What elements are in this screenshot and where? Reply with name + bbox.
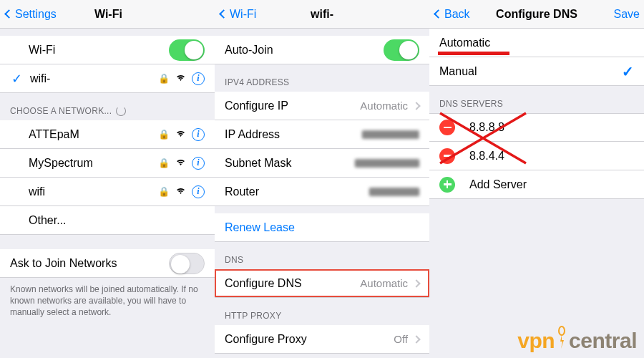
auto-join-toggle[interactable] <box>384 39 419 61</box>
network-detail-panel: Wi-Fi wifi- Auto-Join IPV4 ADDRESS Confi… <box>215 0 429 358</box>
delete-icon[interactable] <box>439 148 455 164</box>
page-title: Configure DNS <box>484 8 590 21</box>
vpncentral-logo: vpn central <box>517 326 637 355</box>
configure-proxy-value: Off <box>394 333 408 345</box>
chevron-right-icon <box>412 335 420 343</box>
dns-server-row[interactable]: 8.8.4.4 <box>429 142 644 170</box>
back-label: Back <box>444 8 470 21</box>
chevron-right-icon <box>412 279 420 287</box>
back-label: Settings <box>15 8 57 21</box>
network-name: ATTEpaM <box>29 128 79 141</box>
wifi-signal-icon <box>175 186 186 197</box>
save-label: Save <box>614 8 640 21</box>
configure-proxy-label: Configure Proxy <box>225 333 307 346</box>
network-row[interactable]: wifi 🔒 i <box>0 178 215 206</box>
configure-dns-row[interactable]: Configure DNS Automatic <box>215 269 429 298</box>
delete-icon[interactable] <box>439 120 455 135</box>
dns-mode-automatic-row[interactable]: Automatic <box>429 29 644 57</box>
router-label: Router <box>225 185 259 198</box>
info-icon[interactable]: i <box>192 185 205 198</box>
add-server-row[interactable]: Add Server <box>429 170 644 199</box>
info-icon[interactable]: i <box>192 157 205 170</box>
connected-network-row[interactable]: ✓ wifi- 🔒 i <box>0 64 215 93</box>
navbar: Wi-Fi wifi- <box>215 0 429 29</box>
ip-address-value-blurred <box>362 130 419 139</box>
logo-central: central <box>569 329 637 353</box>
add-icon[interactable] <box>439 177 455 193</box>
annotation-underline <box>438 52 509 55</box>
chevron-right-icon <box>412 102 420 110</box>
configure-ip-label: Configure IP <box>225 100 288 112</box>
lock-icon: 🔒 <box>158 129 170 140</box>
network-name: wifi <box>29 185 45 198</box>
chevron-left-icon <box>434 9 443 19</box>
dns-mode-manual-row[interactable]: Manual ✓ <box>429 57 644 86</box>
network-name: MySpectrum <box>29 157 93 170</box>
renew-lease-row[interactable]: Renew Lease <box>215 213 429 242</box>
ask-footer-text: Known networks will be joined automatica… <box>0 278 215 324</box>
ask-to-join-toggle[interactable] <box>169 253 205 274</box>
lock-icon: 🔒 <box>158 186 170 197</box>
checkmark-icon: ✓ <box>622 63 634 80</box>
connected-network-name: wifi- <box>30 72 50 85</box>
auto-join-row: Auto-Join <box>215 36 429 64</box>
dns-server-value: 8.8.8.8 <box>469 121 504 134</box>
wifi-label: Wi-Fi <box>29 44 55 57</box>
ipv4-header: IPV4 ADDRESS <box>215 64 429 92</box>
chevron-left-icon <box>219 9 228 19</box>
bolt-icon <box>555 326 568 355</box>
router-value-blurred <box>369 188 419 196</box>
lock-icon: 🔒 <box>158 73 170 84</box>
save-button[interactable]: Save <box>590 8 640 21</box>
svg-point-2 <box>559 326 565 335</box>
other-label: Other... <box>29 214 66 227</box>
wifi-settings-panel: Settings Wi-Fi Wi-Fi ✓ wifi- 🔒 i CHOOSE … <box>0 0 215 358</box>
automatic-label: Automatic <box>439 37 490 49</box>
ip-address-row: IP Address <box>215 120 429 149</box>
wifi-signal-icon <box>175 158 186 168</box>
logo-vpn: vpn <box>517 329 555 353</box>
dns-servers-header: DNS SERVERS <box>429 86 644 113</box>
spinner-icon <box>116 106 126 116</box>
lock-icon: 🔒 <box>158 158 170 168</box>
back-button[interactable]: Settings <box>4 8 57 21</box>
choose-network-header: CHOOSE A NETWORK... <box>0 93 215 120</box>
wifi-toggle[interactable] <box>169 39 205 61</box>
info-icon[interactable]: i <box>192 72 205 85</box>
configure-proxy-row[interactable]: Configure Proxy Off <box>215 325 429 354</box>
configure-ip-value: Automatic <box>360 100 408 112</box>
configure-ip-row[interactable]: Configure IP Automatic <box>215 92 429 120</box>
ask-to-join-row: Ask to Join Networks <box>0 249 215 278</box>
http-proxy-header: HTTP PROXY <box>215 298 429 325</box>
renew-lease-label: Renew Lease <box>225 221 295 234</box>
back-label: Wi-Fi <box>230 8 256 21</box>
back-button[interactable]: Wi-Fi <box>219 8 269 21</box>
dns-server-value: 8.8.4.4 <box>469 150 504 163</box>
wifi-signal-icon <box>175 129 186 140</box>
ask-to-join-label: Ask to Join Networks <box>10 257 117 270</box>
info-icon[interactable]: i <box>192 128 205 141</box>
wifi-master-toggle-row: Wi-Fi <box>0 36 215 64</box>
subnet-label: Subnet Mask <box>225 157 291 170</box>
back-button[interactable]: Back <box>434 8 484 21</box>
dns-header: DNS <box>215 242 429 269</box>
subnet-value-blurred <box>355 159 419 168</box>
checkmark-icon: ✓ <box>10 71 23 87</box>
configure-dns-label: Configure DNS <box>225 277 302 290</box>
other-network-row[interactable]: Other... <box>0 206 215 235</box>
chevron-left-icon <box>4 9 14 19</box>
router-row: Router <box>215 178 429 206</box>
configure-dns-panel: Back Configure DNS Save Automatic Manual… <box>429 0 644 358</box>
network-row[interactable]: ATTEpaM 🔒 i <box>0 120 215 149</box>
navbar: Settings Wi-Fi <box>0 0 215 29</box>
add-server-label: Add Server <box>469 178 527 191</box>
network-row[interactable]: MySpectrum 🔒 i <box>0 149 215 178</box>
ip-address-label: IP Address <box>225 128 280 141</box>
navbar: Back Configure DNS Save <box>429 0 644 29</box>
configure-dns-value: Automatic <box>360 277 408 289</box>
dns-server-row[interactable]: 8.8.8.8 <box>429 113 644 142</box>
subnet-mask-row: Subnet Mask <box>215 149 429 178</box>
auto-join-label: Auto-Join <box>225 44 273 57</box>
choose-network-label: CHOOSE A NETWORK... <box>10 106 112 116</box>
page-title: Wi-Fi <box>57 8 160 21</box>
